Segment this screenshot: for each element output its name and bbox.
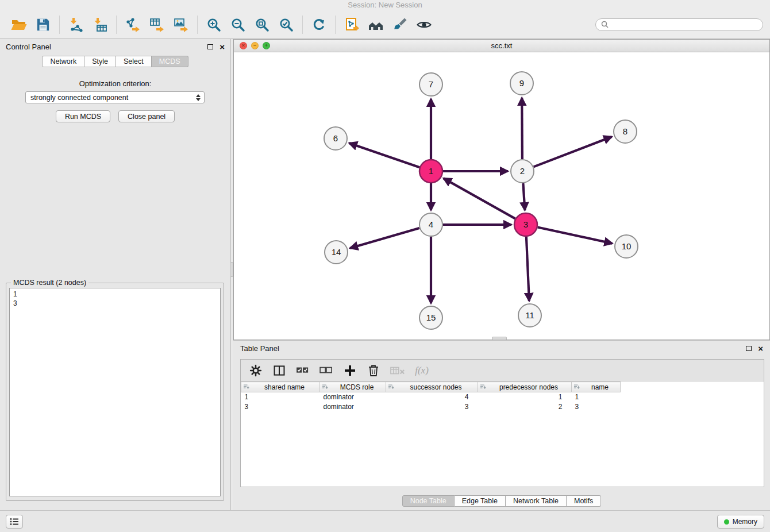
svg-text:2: 2 (520, 166, 525, 176)
refresh-view-button[interactable] (307, 13, 331, 36)
toolbar-separator (302, 16, 303, 34)
column-header-predecessor-nodes[interactable]: predecessor nodes (478, 382, 572, 392)
save-session-button[interactable] (31, 13, 55, 36)
graph-node-11[interactable]: 11 (518, 304, 541, 327)
toolbar-separator (116, 16, 117, 34)
column-header-name[interactable]: name (572, 382, 621, 392)
graph-edge-3-11[interactable] (526, 237, 529, 301)
close-window-button[interactable]: × (240, 42, 247, 49)
cell-mcds-role: dominator (320, 392, 386, 402)
graph-edge-2-9[interactable] (522, 98, 522, 159)
split-column-icon (273, 364, 286, 377)
zoom-selected-button[interactable] (274, 13, 298, 36)
close-panel-button[interactable]: Close panel (118, 110, 175, 122)
tab-network[interactable]: Network (42, 56, 84, 67)
export-to-web-button[interactable] (340, 13, 364, 36)
search-input[interactable] (611, 21, 757, 29)
table-row[interactable]: 1dominator411 (241, 392, 764, 402)
minimize-window-button[interactable]: − (251, 42, 259, 49)
memory-button[interactable]: Memory (717, 515, 764, 529)
node-table-container: f(x) shared nameMCDS rolesuccessor nodes… (240, 359, 764, 487)
tab-select[interactable]: Select (116, 56, 152, 67)
float-panel-icon[interactable] (746, 346, 752, 351)
tab-edge-table[interactable]: Edge Table (455, 495, 506, 507)
graph-edge-4-14[interactable] (350, 228, 419, 248)
delete-column-button[interactable] (367, 363, 380, 378)
tab-mcds[interactable]: MCDS (152, 56, 188, 67)
show-columns-button[interactable] (272, 363, 286, 378)
home-button[interactable] (364, 13, 388, 36)
zoom-fit-button[interactable] (250, 13, 274, 36)
graph-node-3[interactable]: 3 (514, 213, 537, 236)
mcds-result-list[interactable]: 13 (9, 288, 221, 496)
graph-node-2[interactable]: 2 (511, 160, 534, 183)
zoom-in-button[interactable] (202, 13, 226, 36)
select-all-button[interactable] (296, 363, 310, 378)
graph-node-7[interactable]: 7 (419, 73, 442, 96)
network-canvas-container: 7968124314101511 (234, 52, 769, 340)
column-header-mcds-role[interactable]: MCDS role (320, 382, 386, 392)
svg-text:7: 7 (429, 79, 433, 89)
graph-edge-1-6[interactable] (349, 143, 420, 167)
deselect-all-icon (319, 365, 333, 376)
deselect-all-button[interactable] (319, 363, 333, 378)
graph-node-8[interactable]: 8 (614, 120, 637, 143)
table-options-button[interactable] (249, 363, 263, 378)
import-table-button[interactable] (88, 13, 112, 36)
graph-edge-3-10[interactable] (538, 228, 613, 244)
network-window-title: scc.txt (491, 41, 513, 50)
mcds-result-groupbox: MCDS result (2 nodes) 13 (6, 283, 224, 501)
open-session-button[interactable] (7, 13, 31, 36)
optimization-criterion-select[interactable]: strongly connected component (25, 91, 205, 103)
network-canvas[interactable]: 7968124314101511 (234, 52, 769, 340)
gear-icon (249, 364, 262, 377)
graph-node-9[interactable]: 9 (510, 72, 533, 95)
export-image-button[interactable] (169, 13, 193, 36)
column-header-shared-name[interactable]: shared name (241, 382, 320, 392)
node-table-scroll-area[interactable]: shared nameMCDS rolesuccessor nodesprede… (241, 381, 764, 487)
style-button[interactable] (388, 13, 412, 36)
vertical-splitter-grip[interactable] (230, 262, 233, 277)
control-panel-title: Control Panel (6, 43, 51, 51)
tab-motifs[interactable]: Motifs (567, 495, 601, 507)
tab-network-table[interactable]: Network Table (506, 495, 567, 507)
table-row[interactable]: 3dominator323 (241, 402, 764, 412)
folder-open-icon (11, 18, 27, 32)
close-panel-icon[interactable]: × (758, 344, 763, 353)
column-sort-icon (480, 384, 486, 390)
cell-filler (621, 402, 764, 412)
graph-edge-2-3[interactable] (523, 183, 525, 210)
import-network-icon (68, 17, 83, 32)
graph-edge-3-1[interactable] (444, 178, 515, 218)
tab-style[interactable]: Style (84, 56, 116, 67)
run-mcds-button[interactable]: Run MCDS (56, 110, 110, 122)
graph-node-1[interactable]: 1 (419, 160, 442, 183)
graph-node-10[interactable]: 10 (615, 235, 638, 258)
graph-node-14[interactable]: 14 (325, 241, 348, 264)
graph-node-15[interactable]: 15 (419, 306, 442, 329)
svg-text:11: 11 (525, 310, 534, 320)
search-field[interactable] (595, 18, 763, 31)
application-window: Session: New Session (0, 0, 770, 532)
graph-edge-2-8[interactable] (534, 137, 612, 167)
cell-mcds-role: dominator (320, 402, 386, 412)
show-panel-list-button[interactable] (6, 515, 23, 529)
maximize-window-button[interactable]: + (263, 42, 270, 49)
graph-node-6[interactable]: 6 (324, 127, 347, 150)
tab-node-table[interactable]: Node Table (402, 495, 455, 507)
svg-text:15: 15 (426, 313, 436, 322)
export-network-button[interactable] (121, 13, 145, 36)
import-network-button[interactable] (64, 13, 88, 36)
zoom-out-button[interactable] (226, 13, 250, 36)
svg-text:14: 14 (332, 247, 341, 257)
export-table-button[interactable] (145, 13, 169, 36)
column-header-successor-nodes[interactable]: successor nodes (386, 382, 478, 392)
close-panel-icon[interactable]: × (220, 43, 225, 51)
add-column-button[interactable] (343, 363, 357, 378)
column-header-label: name (591, 383, 609, 391)
graph-node-4[interactable]: 4 (419, 213, 442, 236)
svg-text:1: 1 (429, 166, 433, 176)
horizontal-splitter-grip[interactable] (492, 337, 507, 340)
preview-button[interactable] (412, 13, 436, 36)
float-panel-icon[interactable] (207, 44, 213, 49)
